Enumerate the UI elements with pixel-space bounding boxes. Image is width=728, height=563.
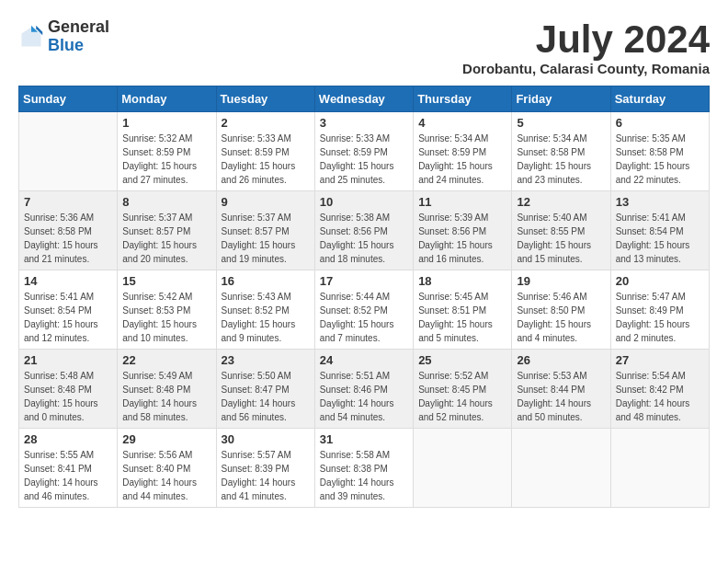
calendar-cell: 3Sunrise: 5:33 AM Sunset: 8:59 PM Daylig… [314,112,413,191]
day-info: Sunrise: 5:56 AM Sunset: 8:40 PM Dayligh… [122,448,210,503]
day-info: Sunrise: 5:47 AM Sunset: 8:49 PM Dayligh… [616,290,704,345]
calendar-cell: 31Sunrise: 5:58 AM Sunset: 8:38 PM Dayli… [314,429,413,508]
calendar-cell: 26Sunrise: 5:53 AM Sunset: 8:44 PM Dayli… [512,350,610,429]
logo-general: General [48,17,109,36]
calendar-cell: 29Sunrise: 5:56 AM Sunset: 8:40 PM Dayli… [118,429,216,508]
day-number: 14 [24,274,112,288]
logo-blue: Blue [48,36,84,54]
day-info: Sunrise: 5:34 AM Sunset: 8:59 PM Dayligh… [418,132,506,187]
day-header-wednesday: Wednesday [314,86,413,112]
logo-text: General Blue [48,18,109,55]
calendar-cell: 15Sunrise: 5:42 AM Sunset: 8:53 PM Dayli… [118,270,216,350]
calendar-cell: 12Sunrise: 5:40 AM Sunset: 8:55 PM Dayli… [512,191,610,270]
day-number: 2 [222,116,310,130]
day-number: 25 [418,353,506,367]
day-info: Sunrise: 5:54 AM Sunset: 8:42 PM Dayligh… [616,369,704,424]
calendar-cell: 16Sunrise: 5:43 AM Sunset: 8:52 PM Dayli… [216,270,314,350]
day-info: Sunrise: 5:50 AM Sunset: 8:47 PM Dayligh… [222,369,310,424]
day-number: 18 [418,274,506,288]
day-header-monday: Monday [118,86,216,112]
calendar-cell: 21Sunrise: 5:48 AM Sunset: 8:48 PM Dayli… [19,350,118,429]
calendar-cell: 9Sunrise: 5:37 AM Sunset: 8:57 PM Daylig… [216,191,314,270]
calendar-cell: 10Sunrise: 5:38 AM Sunset: 8:56 PM Dayli… [314,191,413,270]
day-number: 29 [122,432,210,446]
calendar-cell: 22Sunrise: 5:49 AM Sunset: 8:48 PM Dayli… [118,350,216,429]
calendar-cell: 30Sunrise: 5:57 AM Sunset: 8:39 PM Dayli… [216,429,314,508]
day-number: 8 [122,195,210,209]
day-header-sunday: Sunday [19,86,118,112]
day-header-tuesday: Tuesday [216,86,314,112]
calendar-cell: 7Sunrise: 5:36 AM Sunset: 8:58 PM Daylig… [19,191,118,270]
day-info: Sunrise: 5:37 AM Sunset: 8:57 PM Dayligh… [222,211,310,266]
day-number: 20 [616,274,704,288]
day-info: Sunrise: 5:42 AM Sunset: 8:53 PM Dayligh… [122,290,210,345]
day-info: Sunrise: 5:33 AM Sunset: 8:59 PM Dayligh… [320,132,408,187]
day-info: Sunrise: 5:43 AM Sunset: 8:52 PM Dayligh… [222,290,310,345]
day-header-friday: Friday [512,86,610,112]
day-info: Sunrise: 5:40 AM Sunset: 8:55 PM Dayligh… [517,211,605,266]
day-info: Sunrise: 5:48 AM Sunset: 8:48 PM Dayligh… [24,369,112,424]
calendar-cell [19,112,118,191]
day-number: 26 [517,353,605,367]
day-number: 23 [222,353,310,367]
calendar-week-row: 1Sunrise: 5:32 AM Sunset: 8:59 PM Daylig… [19,112,710,191]
day-number: 1 [122,116,210,130]
calendar-week-row: 21Sunrise: 5:48 AM Sunset: 8:48 PM Dayli… [19,350,710,429]
day-number: 4 [418,116,506,130]
day-number: 24 [320,353,408,367]
calendar-cell: 23Sunrise: 5:50 AM Sunset: 8:47 PM Dayli… [216,350,314,429]
calendar-cell: 1Sunrise: 5:32 AM Sunset: 8:59 PM Daylig… [118,112,216,191]
calendar-cell: 4Sunrise: 5:34 AM Sunset: 8:59 PM Daylig… [414,112,512,191]
day-info: Sunrise: 5:35 AM Sunset: 8:58 PM Dayligh… [616,132,704,187]
logo: General Blue [18,18,109,55]
calendar-cell: 27Sunrise: 5:54 AM Sunset: 8:42 PM Dayli… [610,350,709,429]
day-info: Sunrise: 5:46 AM Sunset: 8:50 PM Dayligh… [517,290,605,345]
calendar-cell [610,429,709,508]
calendar-cell: 25Sunrise: 5:52 AM Sunset: 8:45 PM Dayli… [414,350,512,429]
day-number: 6 [616,116,704,130]
calendar-cell: 11Sunrise: 5:39 AM Sunset: 8:56 PM Dayli… [414,191,512,270]
day-info: Sunrise: 5:58 AM Sunset: 8:38 PM Dayligh… [320,448,408,503]
calendar-cell: 20Sunrise: 5:47 AM Sunset: 8:49 PM Dayli… [610,270,709,350]
day-number: 5 [517,116,605,130]
calendar-cell: 13Sunrise: 5:41 AM Sunset: 8:54 PM Dayli… [610,191,709,270]
day-info: Sunrise: 5:33 AM Sunset: 8:59 PM Dayligh… [222,132,310,187]
day-info: Sunrise: 5:39 AM Sunset: 8:56 PM Dayligh… [418,211,506,266]
calendar-week-row: 14Sunrise: 5:41 AM Sunset: 8:54 PM Dayli… [19,270,710,350]
calendar-cell: 6Sunrise: 5:35 AM Sunset: 8:58 PM Daylig… [610,112,709,191]
day-header-saturday: Saturday [610,86,709,112]
day-info: Sunrise: 5:41 AM Sunset: 8:54 PM Dayligh… [616,211,704,266]
day-number: 21 [24,353,112,367]
location-subtitle: Dorobantu, Calarasi County, Romania [462,61,710,76]
day-info: Sunrise: 5:34 AM Sunset: 8:58 PM Dayligh… [517,132,605,187]
calendar-cell: 18Sunrise: 5:45 AM Sunset: 8:51 PM Dayli… [414,270,512,350]
day-number: 10 [320,195,408,209]
day-number: 13 [616,195,704,209]
day-number: 12 [517,195,605,209]
header: General Blue July 2024 Dorobantu, Calara… [18,18,710,76]
calendar-cell: 17Sunrise: 5:44 AM Sunset: 8:52 PM Dayli… [314,270,413,350]
calendar-cell: 28Sunrise: 5:55 AM Sunset: 8:41 PM Dayli… [19,429,118,508]
calendar-cell: 24Sunrise: 5:51 AM Sunset: 8:46 PM Dayli… [314,350,413,429]
day-info: Sunrise: 5:38 AM Sunset: 8:56 PM Dayligh… [320,211,408,266]
calendar-week-row: 28Sunrise: 5:55 AM Sunset: 8:41 PM Dayli… [19,429,710,508]
month-title: July 2024 [462,18,710,61]
day-info: Sunrise: 5:51 AM Sunset: 8:46 PM Dayligh… [320,369,408,424]
day-info: Sunrise: 5:37 AM Sunset: 8:57 PM Dayligh… [122,211,210,266]
day-number: 9 [222,195,310,209]
day-number: 30 [222,432,310,446]
day-number: 28 [24,432,112,446]
day-header-thursday: Thursday [414,86,512,112]
day-number: 15 [122,274,210,288]
day-info: Sunrise: 5:55 AM Sunset: 8:41 PM Dayligh… [24,448,112,503]
day-number: 31 [320,432,408,446]
calendar-cell [414,429,512,508]
calendar-table: SundayMondayTuesdayWednesdayThursdayFrid… [18,86,710,508]
calendar-cell: 5Sunrise: 5:34 AM Sunset: 8:58 PM Daylig… [512,112,610,191]
calendar-week-row: 7Sunrise: 5:36 AM Sunset: 8:58 PM Daylig… [19,191,710,270]
calendar-cell: 8Sunrise: 5:37 AM Sunset: 8:57 PM Daylig… [118,191,216,270]
day-number: 19 [517,274,605,288]
day-number: 27 [616,353,704,367]
calendar-cell [512,429,610,508]
day-number: 17 [320,274,408,288]
